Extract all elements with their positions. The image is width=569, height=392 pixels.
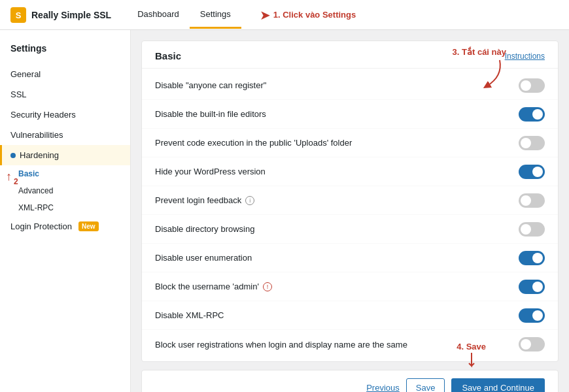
sidebar-label-general: General <box>10 69 41 79</box>
logo-icon: S <box>10 7 26 23</box>
previous-button[interactable]: Previous <box>366 383 400 392</box>
setting-label-6: Disable user enumeration <box>155 253 252 263</box>
basic-settings-card: Basic Instructions Disable "anyone can r… <box>141 41 559 362</box>
arrow-icon: ➤ <box>260 7 271 23</box>
setting-row-9: Block user registrations when login and … <box>142 330 558 359</box>
setting-row-2: Prevent code execution in the public 'Up… <box>142 129 558 157</box>
setting-row-8: Disable XML-RPC <box>142 301 558 330</box>
toggle-6[interactable] <box>519 251 545 265</box>
setting-label-0: Disable "anyone can register" <box>155 80 266 90</box>
sidebar-sub-advanced[interactable]: Advanced <box>0 182 130 199</box>
nav-dashboard[interactable]: Dashboard <box>127 1 190 29</box>
setting-label-3: Hide your WordPress version <box>155 167 266 176</box>
toggle-slider-3 <box>519 165 545 179</box>
content-area: 3. Tắt cái này Basic Instructions Disabl… <box>131 30 569 392</box>
setting-label-4: Prevent login feedback i <box>155 195 254 205</box>
annotation-2: 2 <box>14 177 18 186</box>
sidebar-item-general[interactable]: General <box>0 64 130 84</box>
nav-links: Dashboard Settings <box>127 1 241 29</box>
sidebar-item-login-protection[interactable]: Login Protection New <box>0 216 130 237</box>
setting-row-7: Block the username 'admin' ! <box>142 272 558 301</box>
sidebar-label-ssl: SSL <box>10 90 27 99</box>
toggle-slider-6 <box>519 251 545 265</box>
sidebar-title: Settings <box>0 43 130 64</box>
setting-row-5: Disable directory browsing <box>142 215 558 244</box>
sidebar-label-vulnerabilities: Vulnerabilities <box>10 130 63 140</box>
toggle-slider-2 <box>519 136 545 150</box>
toggle-3[interactable] <box>519 165 545 179</box>
sidebar-sub-basic-label: Basic <box>18 169 39 178</box>
card-body: Disable "anyone can register" Disable th… <box>142 69 558 361</box>
sidebar-sub-xmlrpc-label: XML-RPC <box>18 203 54 212</box>
sidebar-item-vulnerabilities[interactable]: Vulnerabilities <box>0 125 130 145</box>
sidebar-item-ssl[interactable]: SSL <box>0 84 130 105</box>
footer-card: 4. Save Previous Save Save and Continue <box>141 370 559 392</box>
annotation-1: 1. Click vào Settings <box>273 10 356 20</box>
sidebar-item-security-headers[interactable]: Security Headers <box>0 105 130 125</box>
setting-label-5: Disable directory browsing <box>155 224 254 234</box>
warning-icon-7[interactable]: ! <box>263 282 272 291</box>
setting-row-6: Disable user enumeration <box>142 244 558 272</box>
nav-settings[interactable]: Settings <box>190 1 241 29</box>
toggle-slider-1 <box>519 107 545 122</box>
setting-row-1: Disable the built-in file editors <box>142 100 558 129</box>
arrow-up-icon: ↑ <box>6 170 12 184</box>
annotation-3-container: 3. Tắt cái này Basic Instructions Disabl… <box>141 41 559 362</box>
sidebar-label-security-headers: Security Headers <box>10 110 76 120</box>
toggle-7[interactable] <box>519 280 545 294</box>
setting-row-4: Prevent login feedback i <box>142 186 558 215</box>
toggle-slider-9 <box>519 337 545 351</box>
setting-label-7: Block the username 'admin' ! <box>155 282 272 291</box>
sidebar-sub-xmlrpc[interactable]: XML-RPC <box>0 199 130 216</box>
toggle-slider-0 <box>519 78 545 93</box>
toggle-4[interactable] <box>519 193 545 208</box>
svg-text:S: S <box>16 10 22 20</box>
setting-row-3: Hide your WordPress version <box>142 157 558 186</box>
sidebar-item-hardening[interactable]: Hardening ↑ 2 <box>0 145 130 165</box>
save-continue-button[interactable]: Save and Continue <box>451 378 545 392</box>
toggle-slider-5 <box>519 222 545 237</box>
main-container: Settings General SSL Security Headers Vu… <box>0 30 569 392</box>
active-dot <box>10 153 16 158</box>
arrow-4-icon <box>465 351 478 371</box>
save-button[interactable]: Save <box>406 378 445 392</box>
setting-label-1: Disable the built-in file editors <box>155 109 266 119</box>
card-header: Basic Instructions <box>142 41 558 69</box>
sidebar-sub-basic[interactable]: Basic <box>0 165 130 182</box>
new-badge: New <box>78 221 99 231</box>
setting-row-0: Disable "anyone can register" <box>142 71 558 100</box>
toggle-slider-8 <box>519 308 545 323</box>
annotation-4: 4. Save <box>457 342 486 371</box>
toggle-9[interactable] <box>519 337 545 351</box>
card-title: Basic <box>155 50 181 61</box>
sidebar: Settings General SSL Security Headers Vu… <box>0 30 131 392</box>
setting-label-2: Prevent code execution in the public 'Up… <box>155 138 352 148</box>
logo: S Really Simple SSL <box>10 7 111 23</box>
toggle-1[interactable] <box>519 107 545 122</box>
toggle-slider-7 <box>519 280 545 294</box>
toggle-0[interactable] <box>519 78 545 93</box>
sidebar-label-hardening: Hardening <box>20 150 59 160</box>
instructions-link[interactable]: Instructions <box>505 52 545 61</box>
setting-label-9: Block user registrations when login and … <box>155 340 407 350</box>
sidebar-label-login-protection: Login Protection <box>10 221 72 231</box>
info-icon-4[interactable]: i <box>245 196 254 205</box>
toggle-2[interactable] <box>519 136 545 150</box>
setting-label-8: Disable XML-RPC <box>155 310 224 320</box>
toggle-slider-4 <box>519 193 545 208</box>
logo-text: Really Simple SSL <box>31 10 111 20</box>
nav-annotation: ➤ 1. Click vào Settings <box>260 7 356 23</box>
toggle-8[interactable] <box>519 308 545 323</box>
top-bar: S Really Simple SSL Dashboard Settings ➤… <box>0 0 569 30</box>
sidebar-sub-advanced-label: Advanced <box>18 186 53 195</box>
toggle-5[interactable] <box>519 222 545 237</box>
